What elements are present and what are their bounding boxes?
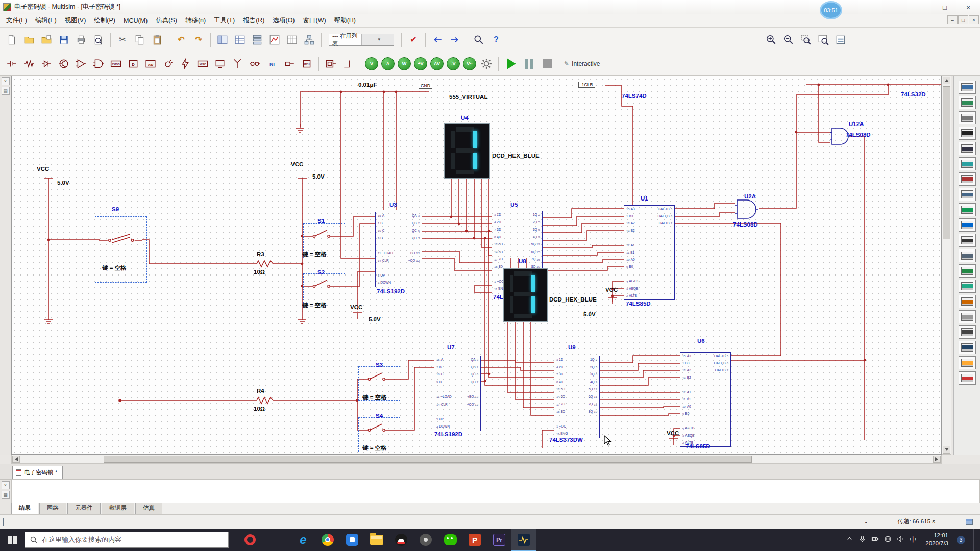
menu-item-工具(T)[interactable]: 工具(T) — [210, 14, 239, 27]
taskbar-search-input[interactable]: 在这里输入你要搜索的内容 — [24, 532, 229, 548]
vertical-scrollbar[interactable] — [942, 76, 951, 455]
and-gate-U2A[interactable] — [735, 199, 758, 221]
logic-analyzer-instrument-button[interactable] — [959, 218, 976, 232]
taskbar-app-file-explorer[interactable] — [364, 529, 389, 551]
chip-U6[interactable]: 15A31B313A214B212A111B110A09B04AGTB3AEQB… — [680, 352, 731, 447]
spectrum-analyzer-instrument-button[interactable] — [959, 264, 976, 278]
print-button[interactable] — [74, 32, 89, 47]
logic-converter-instrument-button[interactable] — [959, 203, 976, 216]
wattmeter-instrument-button[interactable] — [959, 111, 976, 124]
forward-annotate-button[interactable] — [447, 32, 462, 47]
minimize-button[interactable]: – — [910, 0, 933, 14]
pause-simulation-button[interactable] — [525, 59, 533, 69]
mdi-close-button[interactable]: × — [969, 15, 979, 24]
network-icon[interactable] — [884, 535, 892, 544]
chip-U9[interactable]: 31D42D73D84D135D146D177D188D1~OC11ENG1Q2… — [554, 356, 600, 438]
place-rf-button[interactable] — [230, 56, 245, 71]
bode-plotter-instrument-button[interactable] — [959, 157, 976, 170]
taskbar-app-chrome[interactable] — [315, 529, 340, 551]
probe-V~-button[interactable]: V~ — [463, 57, 476, 70]
taskbar-app-opera[interactable] — [238, 529, 262, 551]
probe-AV-button[interactable]: AV — [430, 57, 444, 70]
place-misc-digital-button[interactable]: D — [126, 56, 141, 71]
hierarchical-block-button[interactable] — [323, 56, 338, 71]
chip-U7[interactable]: 15A1B10C9D11~LOAD14CLR5UP4DOWNQA3QB2QC6Q… — [434, 356, 481, 431]
redo-button[interactable]: ↷ — [191, 32, 206, 47]
place-cmos-button[interactable]: CMOS — [108, 56, 124, 71]
place-diode-button[interactable] — [39, 56, 54, 71]
place-advanced-peripherals-button[interactable] — [212, 56, 228, 71]
taskbar-app-wechat[interactable] — [438, 529, 462, 551]
labview-instrument-instrument-button[interactable] — [959, 356, 976, 369]
place-electromechanical-button[interactable] — [247, 56, 262, 71]
probe-±V-button[interactable]: ±V — [414, 57, 427, 70]
taskbar-app-edge[interactable]: e — [291, 529, 315, 551]
menu-item-报告(R)[interactable]: 报告(R) — [239, 14, 268, 27]
chevron-up-icon[interactable] — [846, 535, 853, 544]
place-power-button[interactable] — [178, 56, 193, 71]
function-generator-instrument-button[interactable] — [959, 96, 976, 109]
close-button[interactable]: × — [957, 0, 980, 14]
print-preview-button[interactable] — [91, 32, 106, 47]
taskbar-clock[interactable]: 12:01 2020/7/3 — [921, 532, 948, 547]
start-button[interactable] — [0, 529, 24, 551]
spreadsheet-tab-敷铜层[interactable]: 敷铜层 — [102, 503, 135, 514]
database-manager-button[interactable] — [250, 32, 265, 47]
menu-item-仿真(S)[interactable]: 仿真(S) — [152, 14, 181, 27]
zoom-full-button[interactable] — [833, 32, 848, 47]
maximize-button[interactable]: □ — [933, 0, 957, 14]
sheet-icon[interactable]: ▤ — [2, 87, 10, 95]
battery-icon[interactable] — [871, 535, 879, 544]
sheet-tab[interactable]: 电子密码锁 * — [12, 466, 63, 479]
multimeter-instrument-button[interactable] — [959, 81, 976, 94]
seven-segment-display-U4-digit-1[interactable] — [444, 123, 490, 179]
place-transistor-button[interactable] — [56, 56, 71, 71]
undo-button[interactable]: ↶ — [174, 32, 189, 47]
agilent-oscilloscope-instrument-button[interactable] — [959, 325, 976, 339]
taskbar-app-recorder[interactable] — [413, 529, 438, 551]
copy-button[interactable] — [132, 32, 148, 47]
place-analog-button[interactable] — [74, 56, 89, 71]
menu-item-编辑(E)[interactable]: 编辑(E) — [31, 14, 61, 27]
find-button[interactable] — [471, 32, 486, 47]
switch-S1[interactable] — [307, 229, 335, 241]
taskbar-app-premiere[interactable]: Pr — [487, 529, 511, 551]
place-mixed-button[interactable]: A/D — [143, 56, 158, 71]
menu-item-帮助(H)[interactable]: 帮助(H) — [330, 14, 360, 27]
in-use-list-dropdown[interactable]: --- 在用列表 ---▼ — [329, 34, 394, 46]
postprocessor-button[interactable] — [284, 32, 300, 47]
switch-S4[interactable] — [362, 422, 390, 435]
zoom-area-button[interactable] — [798, 32, 814, 47]
taskbar-app-qq[interactable] — [389, 529, 413, 551]
bus-button[interactable] — [340, 56, 356, 71]
current-probe-instrument-button[interactable] — [959, 371, 976, 385]
agilent-multimeter-instrument-button[interactable] — [959, 310, 976, 323]
tektronix-oscilloscope-instrument-button[interactable] — [959, 341, 976, 354]
menu-item-转移(n)[interactable]: 转移(n) — [181, 14, 210, 27]
place-mcu-button[interactable]: MCU — [299, 56, 314, 71]
hierarchy-button[interactable] — [302, 32, 317, 47]
stop-simulation-button[interactable] — [543, 59, 552, 68]
chip-U3[interactable]: 15A1B10C9D11~LOAD14CLR5UP4DOWNQA3QB2QC6Q… — [375, 212, 422, 287]
probe-settings-button[interactable] — [479, 56, 494, 71]
probe--V-button[interactable]: -V — [447, 57, 460, 70]
zoom-out-button[interactable] — [781, 32, 796, 47]
place-basic-button[interactable] — [21, 56, 37, 71]
spreadsheet-tab-网络[interactable]: 网络 — [39, 503, 66, 514]
back-annotate-button[interactable] — [430, 32, 445, 47]
vertical-scroll-thumb[interactable] — [943, 86, 950, 239]
probe-A-button[interactable]: A — [381, 57, 395, 70]
switch-S2[interactable] — [307, 279, 335, 291]
new-button[interactable] — [4, 32, 19, 47]
paste-button[interactable] — [150, 32, 165, 47]
iv-analyzer-instrument-button[interactable] — [959, 234, 976, 247]
save-button[interactable] — [56, 32, 71, 47]
oscilloscope-instrument-button[interactable] — [959, 127, 976, 140]
horizontal-scrollbar[interactable] — [11, 455, 942, 464]
menu-item-视图(V)[interactable]: 视图(V) — [61, 14, 90, 27]
close-toolbox-icon[interactable]: × — [2, 77, 10, 85]
four-channel-oscilloscope-instrument-button[interactable] — [959, 142, 976, 155]
probe-V-button[interactable]: V — [365, 57, 378, 70]
switch-S3[interactable] — [362, 371, 390, 384]
taskbar-app-powerpoint[interactable]: P — [462, 529, 487, 551]
